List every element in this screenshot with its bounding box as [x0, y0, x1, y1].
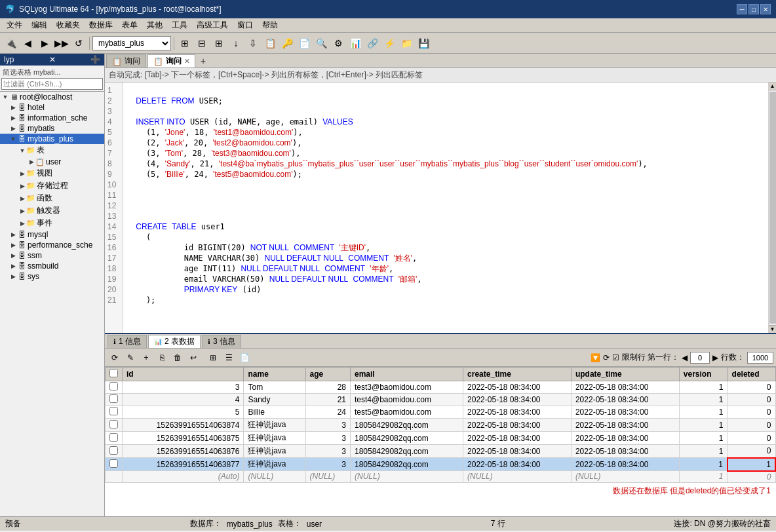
tree-toggle-root[interactable]: ▼ — [1, 93, 9, 101]
table-row[interactable]: 5 Billie 24 test5@baomidou.com 2022-05-1… — [106, 406, 776, 419]
sidebar-filter-input[interactable] — [1, 78, 103, 90]
result-add-button[interactable]: + — [139, 351, 153, 365]
row-checkbox[interactable] — [109, 394, 118, 403]
filter-icon[interactable]: 🔽 — [591, 353, 600, 362]
result-tab-info2[interactable]: ℹ 3 信息 — [202, 335, 241, 348]
result-form-button[interactable]: 📄 — [237, 351, 252, 365]
row-checkbox[interactable] — [109, 420, 118, 428]
menu-favorites[interactable]: 收藏夹 — [52, 18, 84, 32]
select-all-checkbox[interactable] — [109, 369, 118, 377]
table-row[interactable]: 3 Tom 28 test3@baomidou.com 2022-05-18 0… — [106, 381, 776, 394]
reload-button[interactable]: ↺ — [71, 35, 87, 51]
table-row[interactable]: 1526399165514063874 狂神说java 3 1805842908… — [106, 419, 776, 432]
sidebar-item-root[interactable]: ▼ 🖥 root@localhost — [0, 92, 104, 102]
menu-tools[interactable]: 工具 — [168, 18, 191, 32]
header-id[interactable]: id — [123, 368, 244, 381]
sidebar-item-hotel[interactable]: ▶ 🗄 hotel — [0, 102, 104, 113]
result-tab-tabledata[interactable]: 📊 2 表数据 — [148, 335, 201, 348]
minimize-button[interactable]: ─ — [737, 4, 747, 14]
toolbar-btn-3[interactable]: ⊞ — [211, 35, 227, 51]
sidebar-add-icon[interactable]: ➕ — [90, 55, 100, 64]
sidebar-item-mysql[interactable]: ▶ 🗄 mysql — [0, 229, 104, 240]
tree-toggle-functions[interactable]: ▶ — [18, 195, 26, 202]
tree-toggle-views[interactable]: ▶ — [18, 170, 26, 178]
first-row-input[interactable] — [690, 352, 710, 364]
sidebar-item-user-table[interactable]: ▶ 📋 user — [0, 157, 104, 167]
tree-toggle-events[interactable]: ▶ — [18, 219, 26, 227]
result-delete-button[interactable]: 🗑 — [170, 351, 185, 365]
tree-toggle-tables[interactable]: ▼ — [18, 147, 26, 155]
sidebar-item-functions[interactable]: ▶ 📁 函数 — [0, 192, 104, 204]
tree-toggle-sys[interactable]: ▶ — [9, 273, 17, 280]
scroll-up-button[interactable]: ▲ — [769, 83, 776, 90]
menu-window[interactable]: 窗口 — [233, 18, 257, 32]
stop-button[interactable]: ▶▶ — [54, 35, 69, 51]
row-checkbox[interactable] — [109, 407, 118, 415]
editor-scrollbar[interactable]: ▲ ▼ — [768, 83, 776, 333]
toolbar-btn-9[interactable]: 🔍 — [313, 35, 329, 51]
row-checkbox[interactable] — [109, 459, 118, 468]
maximize-button[interactable]: □ — [748, 4, 759, 14]
tab-add-button[interactable]: + — [197, 54, 210, 67]
sidebar-item-views[interactable]: ▶ 📁 视图 — [0, 167, 104, 180]
sidebar-item-infoschema[interactable]: ▶ 🗄 information_sche — [0, 113, 104, 123]
sidebar-item-mybatis[interactable]: ▶ 🗄 mybatis — [0, 123, 104, 134]
menu-help[interactable]: 帮助 — [258, 18, 282, 32]
scroll-down-button[interactable]: ▼ — [769, 325, 776, 333]
result-refresh-button[interactable]: ⟳ — [107, 351, 122, 365]
row-checkbox[interactable] — [109, 382, 118, 390]
sidebar-item-events[interactable]: ▶ 📁 事件 — [0, 217, 104, 229]
table-row[interactable]: 1526399165514063876 狂神说java 3 1805842908… — [106, 445, 776, 458]
database-selector[interactable]: mybatis_plus — [92, 36, 171, 50]
result-revert-button[interactable]: ↩ — [186, 351, 201, 365]
limit-checkbox[interactable]: ☑ — [612, 353, 619, 362]
header-deleted[interactable]: deleted — [728, 368, 775, 381]
row-checkbox[interactable] — [109, 433, 118, 442]
result-copy-button[interactable]: ⎘ — [155, 351, 169, 365]
tree-toggle-ssm[interactable]: ▶ — [9, 252, 17, 259]
tree-toggle-user[interactable]: ▶ — [28, 158, 35, 166]
sql-code-area[interactable]: DELETE FROM USER; INSERT INTO USER (id, … — [123, 83, 768, 333]
sidebar-item-ssmbuild[interactable]: ▶ 🗄 ssmbuild — [0, 261, 104, 271]
prev-page-button[interactable]: ◀ — [682, 353, 688, 362]
menu-other[interactable]: 其他 — [143, 18, 166, 32]
row-checkbox[interactable] — [109, 446, 118, 455]
header-version[interactable]: version — [679, 368, 728, 381]
sidebar-item-stored-procs[interactable]: ▶ 📁 存储过程 — [0, 180, 104, 192]
scroll-thumb[interactable] — [769, 92, 776, 324]
toolbar-btn-4[interactable]: ↓ — [228, 35, 244, 51]
toolbar-btn-12[interactable]: 🔗 — [364, 35, 380, 51]
header-name[interactable]: name — [244, 368, 305, 381]
refresh-icon[interactable]: ⟳ — [603, 353, 610, 362]
header-create-time[interactable]: create_time — [463, 368, 572, 381]
menu-table[interactable]: 表单 — [118, 18, 142, 32]
close-button[interactable]: ✕ — [760, 4, 771, 14]
toolbar-btn-13[interactable]: ⚡ — [381, 35, 397, 51]
sidebar-item-triggers[interactable]: ▶ 📁 触发器 — [0, 204, 104, 217]
tree-toggle-hotel[interactable]: ▶ — [9, 104, 17, 111]
sidebar-item-perf-schema[interactable]: ▶ 🗄 performance_sche — [0, 240, 104, 250]
table-row[interactable]: 4 Sandy 21 test4@baomidou.com 2022-05-18… — [106, 394, 776, 406]
next-page-button[interactable]: ▶ — [712, 353, 718, 362]
header-checkbox[interactable] — [106, 368, 123, 381]
tab-query2-close[interactable]: ✕ — [184, 58, 189, 65]
toolbar-btn-5[interactable]: ⇩ — [245, 35, 261, 51]
toolbar-btn-8[interactable]: 📄 — [296, 35, 312, 51]
new-connection-button[interactable]: 🔌 — [3, 35, 18, 51]
header-email[interactable]: email — [351, 368, 463, 381]
tree-toggle-ssmbuild[interactable]: ▶ — [9, 262, 17, 270]
menu-edit[interactable]: 编辑 — [28, 18, 51, 32]
tree-toggle-triggers[interactable]: ▶ — [18, 207, 26, 215]
menu-file[interactable]: 文件 — [3, 18, 26, 32]
result-tab-info1[interactable]: ℹ 1 信息 — [107, 335, 147, 348]
tab-query1[interactable]: 📋 询问 — [106, 54, 146, 67]
header-age[interactable]: age — [305, 368, 350, 381]
sidebar-close-icon[interactable]: ✕ — [49, 55, 56, 64]
result-edit-button[interactable]: ✎ — [123, 351, 138, 365]
menu-database[interactable]: 数据库 — [85, 18, 117, 32]
row-count-input[interactable] — [747, 352, 773, 364]
sidebar-item-tables-folder[interactable]: ▼ 📁 表 — [0, 144, 104, 157]
toolbar-btn-14[interactable]: 📁 — [398, 35, 414, 51]
new-query-button[interactable]: ◀ — [20, 35, 35, 51]
toolbar-btn-15[interactable]: 💾 — [416, 35, 431, 51]
